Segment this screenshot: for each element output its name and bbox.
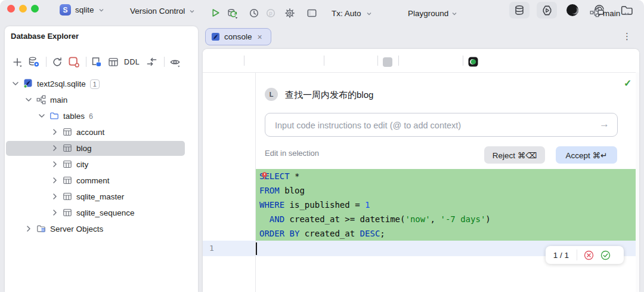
tree-item-label: comment xyxy=(76,173,110,189)
server-objects-icon xyxy=(36,224,46,233)
tree-item-city[interactable]: city xyxy=(0,156,193,173)
refresh-icon[interactable] xyxy=(51,56,63,67)
version-control-menu[interactable]: Version Control xyxy=(130,7,195,16)
layout-icon[interactable] xyxy=(306,8,317,19)
line-number: 1 xyxy=(209,241,214,256)
tab-console[interactable]: console × xyxy=(205,28,271,45)
tree-item-server-objects[interactable]: Server Objects xyxy=(0,221,193,237)
code-line[interactable]: ORDER BY created_at DESC; xyxy=(256,226,636,241)
eye-icon[interactable] xyxy=(169,56,181,67)
code-line[interactable]: FROM blog xyxy=(256,183,636,198)
table-icon xyxy=(63,159,72,169)
stop-icon xyxy=(383,57,392,67)
chevron-down-icon[interactable] xyxy=(24,95,33,104)
app-window: S sqlite Version Control xyxy=(0,0,644,292)
ai-assistant-button[interactable] xyxy=(564,2,581,19)
tree-item-sqlite-master[interactable]: sqlite_master xyxy=(0,189,193,205)
chevron-right-icon[interactable] xyxy=(50,159,60,169)
table-icon xyxy=(63,127,72,137)
execute-all-icon[interactable] xyxy=(227,8,237,19)
panel-title: Database Explorer xyxy=(11,32,79,41)
editor-toolbar xyxy=(203,49,639,73)
reject-button[interactable]: Reject ⌘⌫ xyxy=(484,146,545,164)
disconnect-icon[interactable] xyxy=(68,56,79,67)
plus-icon[interactable] xyxy=(11,56,23,67)
svg-text:p: p xyxy=(269,10,272,16)
count-badge: 1 xyxy=(90,79,100,89)
diff-navigation-panel: 1 / 1 xyxy=(546,246,624,264)
ddl-button[interactable]: DDL xyxy=(124,58,140,66)
inspection-error-icon[interactable] xyxy=(261,171,268,181)
scrollbar-track[interactable] xyxy=(636,72,639,292)
ai-plugin-icon[interactable] xyxy=(468,57,479,67)
divider xyxy=(577,250,577,260)
toolbar-separator xyxy=(377,56,378,66)
tree-item-main[interactable]: main xyxy=(0,92,193,108)
maximize-window-button[interactable] xyxy=(31,5,39,13)
tree-item-label: text2sql.sqlite1 xyxy=(37,76,100,92)
code-line[interactable]: WHERE is_published = 1 xyxy=(256,198,636,212)
run-hexagon-icon xyxy=(541,5,553,16)
chevron-right-icon[interactable] xyxy=(50,208,60,217)
chevron-right-icon[interactable] xyxy=(50,192,60,201)
reject-changes-icon[interactable] xyxy=(584,250,594,260)
parameters-icon: p xyxy=(265,8,276,19)
tree-item-blog[interactable]: blog xyxy=(0,140,193,156)
database-tool-button[interactable] xyxy=(509,2,530,19)
database-icon xyxy=(514,5,525,16)
table-icon xyxy=(63,208,72,217)
ai-prompt-text: 查找一周内发布的blog xyxy=(285,90,373,101)
chevron-down-icon[interactable] xyxy=(37,111,47,121)
accept-button[interactable]: Accept ⌘↵ xyxy=(556,146,617,164)
close-tab-icon[interactable]: × xyxy=(258,32,262,42)
tree-item-label: blog xyxy=(76,140,92,156)
open-console-icon[interactable] xyxy=(91,56,102,67)
tree-item-label: sqlite_sequence xyxy=(76,205,135,221)
close-window-button[interactable] xyxy=(7,5,15,13)
tree-item-label: Server Objects xyxy=(50,221,103,237)
chevron-down-icon xyxy=(366,11,372,16)
chevron-right-icon[interactable] xyxy=(50,143,60,153)
submit-arrow-icon[interactable]: → xyxy=(599,118,609,130)
sql-code-block[interactable]: SELECT *FROM blogWHERE is_published = 1 … xyxy=(256,169,636,241)
table-view-icon[interactable] xyxy=(107,56,119,67)
compare-icon[interactable] xyxy=(146,56,157,67)
code-line[interactable]: SELECT * xyxy=(256,169,636,183)
tree-item-tables[interactable]: tables6 xyxy=(0,108,193,124)
tree-item-account[interactable]: account xyxy=(0,124,193,140)
code-line[interactable]: AND created_at >= datetime('now', '-7 da… xyxy=(256,212,636,226)
accept-changes-icon[interactable] xyxy=(600,250,611,260)
tree-item-label: sqlite_master xyxy=(76,189,124,205)
more-options-icon[interactable]: ⋮ xyxy=(623,31,631,42)
history-icon[interactable] xyxy=(249,8,259,19)
tree-item-label: city xyxy=(76,156,88,173)
tx-mode-dropdown[interactable]: Tx: Auto xyxy=(332,9,361,18)
playground-dropdown[interactable]: Playground xyxy=(408,9,448,18)
ai-instruction-input-wrapper: → xyxy=(265,113,618,137)
table-icon xyxy=(63,143,72,153)
tree-item-label: main xyxy=(50,92,67,108)
toolbar-separator xyxy=(46,57,47,67)
project-menu[interactable]: S sqlite xyxy=(60,4,104,16)
count-badge: 6 xyxy=(89,112,93,121)
tree-item-comment[interactable]: comment xyxy=(0,173,193,189)
run-configurations-button[interactable] xyxy=(537,2,557,19)
database-settings-icon[interactable] xyxy=(28,56,39,67)
titlebar: S sqlite Version Control xyxy=(0,0,644,24)
toolbar-separator xyxy=(463,56,463,66)
schema-dropdown[interactable]: main xyxy=(603,9,620,18)
toolbar-separator xyxy=(324,56,324,66)
chevron-right-icon[interactable] xyxy=(50,127,60,137)
chevron-right-icon[interactable] xyxy=(50,176,60,185)
run-icon[interactable] xyxy=(210,8,221,19)
sqlite-file-icon xyxy=(23,79,33,88)
tree-item-text2sql-sqlite[interactable]: text2sql.sqlite1 xyxy=(0,76,193,92)
chevron-down-icon[interactable] xyxy=(11,79,20,88)
chevron-right-icon[interactable] xyxy=(24,224,33,233)
tree-item-sqlite-sequence[interactable]: sqlite_sequence xyxy=(0,205,193,221)
settings-icon[interactable] xyxy=(284,8,295,19)
success-check-icon: ✓ xyxy=(624,78,631,89)
chevron-down-icon xyxy=(624,11,630,16)
ai-instruction-input[interactable] xyxy=(274,113,598,137)
minimize-window-button[interactable] xyxy=(19,5,27,13)
